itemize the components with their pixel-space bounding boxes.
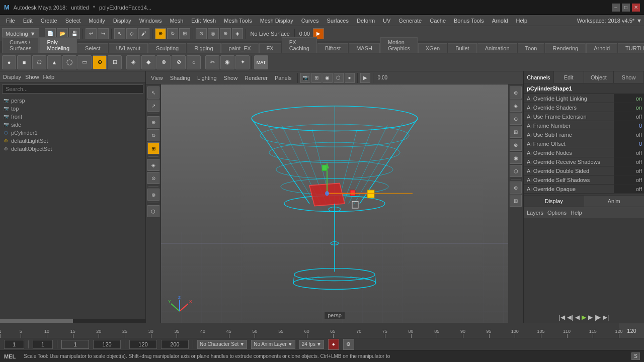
snap-surface-button[interactable]: ◈ [232,28,243,39]
shelf-torus[interactable]: ◯ [62,55,76,69]
vp-tool-5[interactable]: ⊗ [510,139,522,151]
menu-display[interactable]: Display [109,17,135,25]
channels-tab[interactable]: Channels [524,71,554,83]
menu-mesh-tools[interactable]: Mesh Tools [220,17,256,25]
ch-value-frame-number[interactable]: 0 [614,121,644,130]
menu-uv[interactable]: UV [379,17,394,25]
fps-dropdown[interactable]: 24 fps ▼ [299,340,324,349]
tab-curves-surfaces[interactable]: Curves / Surfaces [2,37,39,53]
menu-help[interactable]: Help [512,17,532,25]
outliner-item-front[interactable]: 📷 front [1,113,144,121]
vp-wireframe-btn[interactable]: ⬡ [334,73,344,83]
object-tab[interactable]: Object [584,71,614,83]
tab-fx[interactable]: FX [259,43,281,53]
shelf-split[interactable]: ⊗ [156,55,171,69]
rotate-tool[interactable]: ↻ [147,129,159,141]
tab-mash[interactable]: MASH [349,43,380,53]
vp-tool-6[interactable]: ◉ [510,152,522,164]
maximize-button[interactable]: □ [622,4,630,12]
anim-layer-dropdown[interactable]: No Anim Layer ▼ [251,340,295,349]
vp-select-mask-btn[interactable]: ⊞ [311,73,321,83]
outliner-item-side[interactable]: 📷 side [1,121,144,129]
outliner-display-menu[interactable]: Display [3,74,21,80]
show-manip-tool[interactable]: ⬡ [147,205,159,217]
shelf-sphere[interactable]: ● [2,55,16,69]
workspace-selector[interactable]: Workspace: 2018 v4.5* ▼ [577,18,642,24]
ch-value-use-frame-extension[interactable]: off [614,112,644,121]
character-set-dropdown[interactable]: No Character Set ▼ [197,340,247,349]
anim-tab[interactable]: Anim [584,196,645,207]
menu-windows[interactable]: Windows [135,17,166,25]
tab-xgen[interactable]: XGen [418,43,447,53]
shelf-merge[interactable]: ◆ [141,55,155,69]
range-start-input[interactable] [61,340,89,349]
viewport-view-menu[interactable]: View [148,74,166,82]
menu-create[interactable]: Create [37,17,61,25]
select-tool[interactable]: ↖ [147,86,159,99]
menu-generate[interactable]: Generate [394,17,426,25]
viewport-shading-menu[interactable]: Shading [167,74,193,82]
tab-motion-graphics[interactable]: Motion Graphics [380,37,418,53]
snap-grid-button[interactable]: ⊙ [196,28,207,39]
prev-key-button[interactable]: ◀| [567,314,573,321]
snap-point-button[interactable]: ⊕ [220,28,231,39]
move-tool-button[interactable]: ⊕ [155,28,166,39]
vp-render-btn[interactable]: ▶ [360,73,370,83]
tab-rigging[interactable]: Rigging [187,43,220,53]
shelf-target-weld[interactable]: ◉ [220,55,234,69]
go-start-button[interactable]: |◀ [559,314,565,321]
shelf-cylinder[interactable]: ⬠ [32,55,46,69]
vp-tool-4[interactable]: ⊞ [510,126,522,138]
tab-bifrost[interactable]: Bifrost [317,43,348,53]
tab-paint-fx[interactable]: paint_FX [221,43,259,53]
shelf-multi-cut[interactable]: ✂ [205,55,219,69]
ch-value-frame-offset[interactable]: 0 [614,139,644,148]
ch-value-override-shaders[interactable]: on [614,103,644,112]
menu-mesh[interactable]: Mesh [166,17,187,25]
rotate-tool-button[interactable]: ↻ [167,28,178,39]
pivot-tool[interactable]: ⊙ [147,172,159,184]
move-tool[interactable]: ⊕ [147,116,159,128]
tab-uvlayout[interactable]: UVLayout [109,43,148,53]
current-time-input[interactable] [33,340,53,349]
shelf-poke-face[interactable]: ✦ [235,55,250,69]
ch-value-override-opaque[interactable]: off [614,185,644,193]
3d-viewport[interactable]: persp X Y Z [161,84,508,323]
ch-value-override-nodes[interactable]: off [614,148,644,157]
ch-value-override-self-shadows[interactable]: off [614,175,644,184]
viewport-renderer-menu[interactable]: Renderer [242,74,271,82]
menu-arnold[interactable]: Arnold [488,17,512,25]
options-menu[interactable]: Options [547,210,567,216]
vp-camera-btn[interactable]: 📷 [300,73,310,83]
shelf-bevel[interactable]: ◈ [126,55,140,69]
component-select-tool[interactable]: ↗ [147,100,159,112]
select-tool-button[interactable]: ↖ [114,28,125,39]
menu-select[interactable]: Select [61,17,85,25]
vp-tool-3[interactable]: ⊙ [510,113,522,125]
playback-end-input[interactable] [161,340,189,349]
menu-surfaces[interactable]: Surfaces [323,17,353,25]
viewport-panels-menu[interactable]: Panels [272,74,295,82]
current-frame-input[interactable] [4,340,24,349]
tab-toon[interactable]: Toon [518,43,545,53]
redo-button[interactable]: ↪ [98,28,109,39]
edit-tab[interactable]: Edit [554,71,584,83]
outliner-item-default-light-set[interactable]: ⊕ defaultLightSet [1,137,144,145]
universal-manip-tool[interactable]: ⊗ [147,189,159,201]
tab-rendering[interactable]: Rendering [545,43,586,53]
vp-tool-2[interactable]: ◈ [510,100,522,112]
go-end-button[interactable]: ▶| [603,314,609,321]
tab-bullet[interactable]: Bullet [448,43,477,53]
vp-tool-1[interactable]: ⊕ [510,86,522,99]
vp-tool-9[interactable]: ⊞ [510,195,522,207]
timeline-ruler[interactable]: 1510152025303540455055606570758085909510… [0,323,619,338]
preferences-button[interactable]: ⚙ [343,339,354,350]
outliner-item-persp[interactable]: 📷 persp [1,97,144,105]
tab-sculpting[interactable]: Sculpting [148,43,186,53]
outliner-show-menu[interactable]: Show [25,74,39,80]
outliner-help-menu[interactable]: Help [43,74,55,80]
menu-file[interactable]: File [2,17,19,25]
minimize-button[interactable]: – [612,4,620,12]
play-button[interactable]: ▶ [582,314,586,321]
shelf-bridge[interactable]: ⊞ [108,55,122,69]
